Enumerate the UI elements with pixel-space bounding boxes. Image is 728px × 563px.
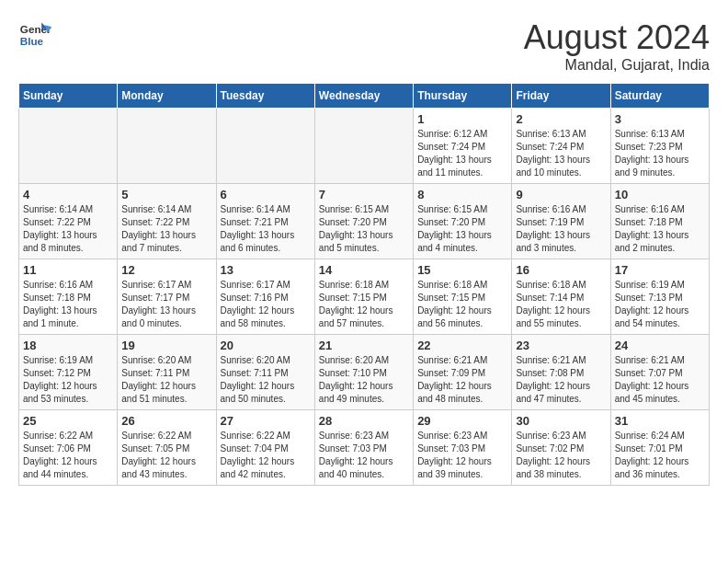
week-row-2: 4Sunrise: 6:14 AM Sunset: 7:22 PM Daylig… — [19, 184, 710, 259]
day-number: 28 — [319, 414, 409, 428]
day-info: Sunrise: 6:21 AM Sunset: 7:07 PM Dayligh… — [615, 354, 705, 406]
day-info: Sunrise: 6:18 AM Sunset: 7:14 PM Dayligh… — [516, 279, 606, 330]
header-monday: Monday — [118, 84, 216, 109]
calendar-cell-3-4: 22Sunrise: 6:21 AM Sunset: 7:09 PM Dayli… — [414, 335, 512, 410]
calendar-cell-0-2 — [216, 109, 314, 184]
calendar-cell-1-2: 6Sunrise: 6:14 AM Sunset: 7:21 PM Daylig… — [216, 184, 314, 259]
day-number: 12 — [121, 263, 211, 277]
day-number: 25 — [23, 414, 113, 428]
day-number: 10 — [615, 188, 705, 201]
header-tuesday: Tuesday — [216, 84, 314, 109]
location-title: Mandal, Gujarat, India — [524, 57, 710, 74]
week-row-4: 18Sunrise: 6:19 AM Sunset: 7:12 PM Dayli… — [19, 335, 710, 410]
day-number: 14 — [319, 263, 409, 277]
day-info: Sunrise: 6:20 AM Sunset: 7:10 PM Dayligh… — [319, 354, 409, 406]
calendar-cell-3-3: 21Sunrise: 6:20 AM Sunset: 7:10 PM Dayli… — [314, 335, 413, 410]
calendar-cell-4-3: 28Sunrise: 6:23 AM Sunset: 7:03 PM Dayli… — [314, 410, 413, 486]
page-header: General Blue August 2024 Mandal, Gujarat… — [18, 18, 710, 74]
calendar-cell-3-6: 24Sunrise: 6:21 AM Sunset: 7:07 PM Dayli… — [610, 335, 709, 410]
day-info: Sunrise: 6:16 AM Sunset: 7:18 PM Dayligh… — [23, 279, 113, 330]
day-number: 7 — [319, 188, 409, 201]
day-number: 29 — [417, 414, 507, 428]
calendar-cell-3-2: 20Sunrise: 6:20 AM Sunset: 7:11 PM Dayli… — [216, 335, 314, 410]
week-row-1: 1Sunrise: 6:12 AM Sunset: 7:24 PM Daylig… — [19, 109, 710, 184]
calendar-cell-0-0 — [19, 109, 118, 184]
day-info: Sunrise: 6:16 AM Sunset: 7:19 PM Dayligh… — [516, 203, 606, 255]
day-number: 9 — [516, 188, 606, 201]
day-info: Sunrise: 6:14 AM Sunset: 7:21 PM Dayligh… — [221, 203, 311, 255]
day-info: Sunrise: 6:18 AM Sunset: 7:15 PM Dayligh… — [319, 279, 409, 330]
day-number: 11 — [23, 263, 113, 277]
day-info: Sunrise: 6:18 AM Sunset: 7:15 PM Dayligh… — [417, 279, 507, 330]
calendar-cell-4-4: 29Sunrise: 6:23 AM Sunset: 7:03 PM Dayli… — [414, 410, 512, 486]
day-number: 19 — [121, 339, 211, 352]
calendar-cell-1-4: 8Sunrise: 6:15 AM Sunset: 7:20 PM Daylig… — [414, 184, 512, 259]
day-number: 21 — [319, 339, 409, 352]
day-info: Sunrise: 6:14 AM Sunset: 7:22 PM Dayligh… — [23, 203, 113, 255]
day-number: 8 — [417, 188, 507, 201]
day-info: Sunrise: 6:24 AM Sunset: 7:01 PM Dayligh… — [615, 430, 705, 481]
day-number: 30 — [516, 414, 606, 428]
calendar-cell-2-2: 13Sunrise: 6:17 AM Sunset: 7:16 PM Dayli… — [216, 259, 314, 335]
logo-icon: General Blue — [18, 18, 51, 52]
day-number: 22 — [417, 339, 507, 352]
calendar-cell-0-4: 1Sunrise: 6:12 AM Sunset: 7:24 PM Daylig… — [414, 109, 512, 184]
calendar-cell-0-3 — [314, 109, 413, 184]
calendar-cell-3-5: 23Sunrise: 6:21 AM Sunset: 7:08 PM Dayli… — [512, 335, 610, 410]
day-number: 24 — [615, 339, 705, 352]
day-info: Sunrise: 6:14 AM Sunset: 7:22 PM Dayligh… — [121, 203, 211, 255]
day-number: 31 — [615, 414, 705, 428]
week-row-3: 11Sunrise: 6:16 AM Sunset: 7:18 PM Dayli… — [19, 259, 710, 335]
day-info: Sunrise: 6:15 AM Sunset: 7:20 PM Dayligh… — [417, 203, 507, 255]
day-info: Sunrise: 6:21 AM Sunset: 7:09 PM Dayligh… — [417, 354, 507, 406]
day-info: Sunrise: 6:19 AM Sunset: 7:13 PM Dayligh… — [615, 279, 705, 330]
day-number: 27 — [221, 414, 311, 428]
day-info: Sunrise: 6:12 AM Sunset: 7:24 PM Dayligh… — [417, 128, 507, 179]
header-thursday: Thursday — [414, 84, 512, 109]
day-info: Sunrise: 6:17 AM Sunset: 7:17 PM Dayligh… — [121, 279, 211, 330]
calendar-cell-2-6: 17Sunrise: 6:19 AM Sunset: 7:13 PM Dayli… — [610, 259, 709, 335]
calendar-cell-2-0: 11Sunrise: 6:16 AM Sunset: 7:18 PM Dayli… — [19, 259, 118, 335]
day-number: 1 — [417, 112, 507, 126]
day-info: Sunrise: 6:22 AM Sunset: 7:06 PM Dayligh… — [23, 430, 113, 481]
day-number: 13 — [221, 263, 311, 277]
calendar-cell-4-1: 26Sunrise: 6:22 AM Sunset: 7:05 PM Dayli… — [118, 410, 216, 486]
day-number: 17 — [615, 263, 705, 277]
calendar-cell-0-6: 3Sunrise: 6:13 AM Sunset: 7:23 PM Daylig… — [610, 109, 709, 184]
day-info: Sunrise: 6:17 AM Sunset: 7:16 PM Dayligh… — [221, 279, 311, 330]
calendar-cell-2-4: 15Sunrise: 6:18 AM Sunset: 7:15 PM Dayli… — [414, 259, 512, 335]
day-number: 15 — [417, 263, 507, 277]
header-friday: Friday — [512, 84, 610, 109]
week-row-5: 25Sunrise: 6:22 AM Sunset: 7:06 PM Dayli… — [19, 410, 710, 486]
day-info: Sunrise: 6:20 AM Sunset: 7:11 PM Dayligh… — [121, 354, 211, 406]
day-info: Sunrise: 6:22 AM Sunset: 7:04 PM Dayligh… — [221, 430, 311, 481]
day-number: 2 — [516, 112, 606, 126]
day-info: Sunrise: 6:23 AM Sunset: 7:03 PM Dayligh… — [319, 430, 409, 481]
day-number: 4 — [23, 188, 113, 201]
calendar-cell-2-3: 14Sunrise: 6:18 AM Sunset: 7:15 PM Dayli… — [314, 259, 413, 335]
calendar-cell-4-2: 27Sunrise: 6:22 AM Sunset: 7:04 PM Dayli… — [216, 410, 314, 486]
day-number: 6 — [221, 188, 311, 201]
header-wednesday: Wednesday — [314, 84, 413, 109]
calendar-cell-4-5: 30Sunrise: 6:23 AM Sunset: 7:02 PM Dayli… — [512, 410, 610, 486]
month-title: August 2024 — [524, 18, 710, 57]
calendar-cell-4-0: 25Sunrise: 6:22 AM Sunset: 7:06 PM Dayli… — [19, 410, 118, 486]
calendar-cell-1-5: 9Sunrise: 6:16 AM Sunset: 7:19 PM Daylig… — [512, 184, 610, 259]
calendar-cell-1-0: 4Sunrise: 6:14 AM Sunset: 7:22 PM Daylig… — [19, 184, 118, 259]
day-number: 20 — [221, 339, 311, 352]
calendar-cell-2-5: 16Sunrise: 6:18 AM Sunset: 7:14 PM Dayli… — [512, 259, 610, 335]
calendar-cell-1-3: 7Sunrise: 6:15 AM Sunset: 7:20 PM Daylig… — [314, 184, 413, 259]
day-number: 16 — [516, 263, 606, 277]
day-info: Sunrise: 6:20 AM Sunset: 7:11 PM Dayligh… — [221, 354, 311, 406]
weekday-header-row: Sunday Monday Tuesday Wednesday Thursday… — [19, 84, 710, 109]
title-area: August 2024 Mandal, Gujarat, India — [524, 18, 710, 74]
svg-text:Blue: Blue — [20, 35, 44, 47]
header-saturday: Saturday — [610, 84, 709, 109]
day-info: Sunrise: 6:22 AM Sunset: 7:05 PM Dayligh… — [121, 430, 211, 481]
calendar-cell-4-6: 31Sunrise: 6:24 AM Sunset: 7:01 PM Dayli… — [610, 410, 709, 486]
day-info: Sunrise: 6:16 AM Sunset: 7:18 PM Dayligh… — [615, 203, 705, 255]
calendar-cell-0-5: 2Sunrise: 6:13 AM Sunset: 7:24 PM Daylig… — [512, 109, 610, 184]
day-number: 5 — [121, 188, 211, 201]
day-info: Sunrise: 6:13 AM Sunset: 7:24 PM Dayligh… — [516, 128, 606, 179]
logo: General Blue — [18, 18, 51, 52]
